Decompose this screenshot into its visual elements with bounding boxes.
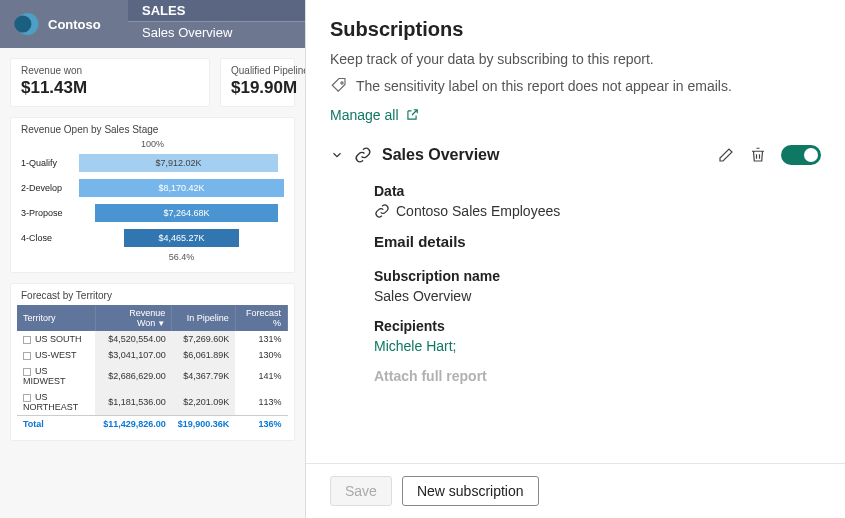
bar-label: 1-Qualify (21, 158, 79, 168)
col-in-pipeline[interactable]: In Pipeline (172, 305, 236, 331)
subscription-name: Sales Overview (382, 146, 499, 164)
sensitivity-text: The sensitivity label on this report doe… (356, 78, 732, 94)
bar-label: 4-Close (21, 233, 79, 243)
new-subscription-button[interactable]: New subscription (402, 476, 539, 506)
kpi-label: Qualified Pipeline (231, 65, 284, 76)
row-expand-icon[interactable] (23, 394, 31, 402)
subscription-name-label: Subscription name (374, 268, 821, 284)
kpi-revenue-won: Revenue won $11.43M (10, 58, 210, 107)
svg-point-1 (14, 15, 31, 32)
link-icon (374, 203, 390, 219)
report-canvas: Contoso SALES Sales Overview Revenue won… (0, 0, 305, 518)
chart-title: Revenue Open by Sales Stage (21, 124, 284, 135)
bar-label: 3-Propose (21, 208, 79, 218)
svg-point-2 (341, 82, 343, 84)
tag-icon (330, 77, 348, 95)
table-forecast-territory: Forecast by Territory Territory Revenue … (10, 283, 295, 441)
link-icon (354, 146, 372, 164)
kpi-value: $11.43M (21, 78, 199, 98)
bar-develop: $8,170.42K (79, 179, 284, 197)
save-button: Save (330, 476, 392, 506)
col-revenue-won[interactable]: Revenue Won▼ (95, 305, 172, 331)
table-row[interactable]: US SOUTH $4,520,554.00 $7,269.60K 131% (17, 331, 288, 347)
chevron-down-icon[interactable] (330, 148, 344, 162)
sort-desc-icon: ▼ (157, 319, 165, 328)
brand: Contoso (0, 0, 128, 48)
kpi-qualified-pipeline: Qualified Pipeline $19.90M (220, 58, 295, 107)
row-expand-icon[interactable] (23, 368, 31, 376)
bar-label: 2-Develop (21, 183, 79, 193)
subscription-section-header: Sales Overview (330, 145, 821, 165)
email-details-label: Email details (374, 233, 821, 250)
tab-sales-overview[interactable]: Sales Overview (128, 21, 305, 43)
delete-icon[interactable] (749, 146, 767, 164)
panel-title: Subscriptions (330, 18, 821, 41)
report-header: Contoso SALES Sales Overview (0, 0, 305, 48)
data-value: Contoso Sales Employees (396, 203, 560, 219)
chart-revenue-by-stage: Revenue Open by Sales Stage 100% 1-Quali… (10, 117, 295, 273)
bar-close: $4,465.27K (124, 229, 239, 247)
panel-subtitle: Keep track of your data by subscribing t… (330, 51, 821, 67)
chart-axis-bottom: 56.4% (79, 252, 284, 262)
subscription-toggle[interactable] (781, 145, 821, 165)
table-row[interactable]: US MIDWEST $2,686,629.00 $4,367.79K 141% (17, 363, 288, 389)
subscriptions-panel: Subscriptions Keep track of your data by… (305, 0, 845, 518)
row-expand-icon[interactable] (23, 336, 31, 344)
col-territory[interactable]: Territory (17, 305, 95, 331)
bar-propose: $7,264.68K (95, 204, 277, 222)
table-row[interactable]: US-WEST $3,041,107.00 $6,061.89K 130% (17, 347, 288, 363)
panel-footer: Save New subscription (306, 463, 845, 518)
kpi-label: Revenue won (21, 65, 199, 76)
row-expand-icon[interactable] (23, 352, 31, 360)
recipients-value: Michele Hart; (374, 338, 456, 354)
brand-name: Contoso (48, 17, 101, 32)
table-header-row: Territory Revenue Won▼ In Pipeline Forec… (17, 305, 288, 331)
tab-group-sales[interactable]: SALES (128, 0, 305, 21)
open-external-icon (405, 108, 419, 122)
bar-qualify: $7,912.02K (79, 154, 278, 172)
table-row[interactable]: US NORTHEAST $1,181,536.00 $2,201.09K 11… (17, 389, 288, 416)
table-total-row: Total $11,429,826.00 $19,900.36K 136% (17, 416, 288, 433)
table-title: Forecast by Territory (17, 288, 288, 305)
chart-axis-top: 100% (21, 139, 284, 149)
col-forecast-pct[interactable]: Forecast % (235, 305, 287, 331)
subscription-name-value: Sales Overview (374, 288, 471, 304)
brand-logo-icon (12, 10, 40, 38)
attach-report-label: Attach full report (374, 368, 821, 384)
recipients-label: Recipients (374, 318, 821, 334)
manage-all-link[interactable]: Manage all (330, 107, 821, 123)
edit-icon[interactable] (717, 146, 735, 164)
data-label: Data (374, 183, 821, 199)
kpi-value: $19.90M (231, 78, 284, 98)
